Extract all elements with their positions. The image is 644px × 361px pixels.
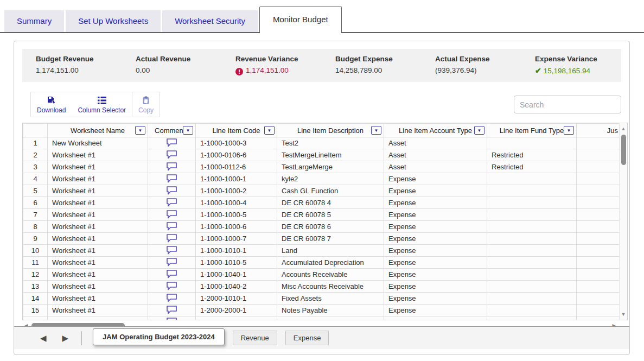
filter-icon[interactable]: ▼	[135, 126, 145, 135]
comment-icon[interactable]	[166, 186, 177, 197]
comment-icon[interactable]	[166, 162, 177, 173]
comment-icon[interactable]	[166, 257, 177, 268]
tab-set-up-worksheets[interactable]: Set Up Worksheets	[66, 10, 161, 32]
comment-cell[interactable]	[148, 221, 196, 233]
search-input[interactable]	[514, 96, 621, 113]
copy-button[interactable]: Copy	[132, 92, 160, 117]
comment-icon[interactable]	[166, 198, 177, 208]
comment-icon[interactable]	[166, 293, 177, 304]
table-row[interactable]: 7 Worksheet #1 1-1000-1000-5 DE CR 60078…	[23, 209, 620, 221]
line-item-code-cell: 1-1000-1000-2	[196, 185, 277, 197]
filter-icon[interactable]: ▼	[564, 126, 574, 135]
stat-budget-expense: Budget Expense 14,258,789.00	[322, 55, 422, 75]
table-row[interactable]: 11 Worksheet #1 1-1000-1010-5 Accumulate…	[23, 257, 620, 269]
comment-cell[interactable]	[148, 161, 196, 173]
comment-cell[interactable]	[148, 305, 196, 316]
tab-monitor-budget[interactable]: Monitor Budget	[259, 7, 342, 33]
stat-label: Budget Expense	[335, 55, 422, 63]
table-row[interactable]: 16 Worksheet #1 1-2000-5000-1 DEPR Benef…	[23, 316, 620, 320]
filter-icon[interactable]: ▼	[183, 126, 193, 135]
filter-icon[interactable]: ▼	[264, 126, 275, 135]
comment-cell[interactable]	[148, 173, 196, 185]
comment-icon[interactable]	[166, 138, 177, 149]
worksheet-name-cell: Worksheet #1	[48, 269, 148, 281]
line-item-fund-type-cell	[487, 197, 577, 209]
comment-icon[interactable]	[166, 174, 177, 185]
table-row[interactable]: 8 Worksheet #1 1-1000-1000-6 DE CR 60078…	[23, 221, 620, 233]
row-number-cell: 4	[23, 173, 48, 185]
toolbar-row: Download Column Selector Copy	[30, 92, 621, 117]
filter-icon[interactable]: ▼	[371, 126, 381, 135]
table-row[interactable]: 13 Worksheet #1 1-1000-1040-2 Misc Accou…	[23, 281, 620, 293]
line-item-account-type-cell: Expense	[384, 209, 487, 221]
column-selector-button[interactable]: Column Selector	[72, 92, 132, 117]
comment-cell[interactable]	[148, 185, 196, 197]
comment-icon[interactable]	[166, 281, 177, 292]
comment-icon[interactable]	[166, 317, 177, 320]
justification-cell	[577, 293, 620, 305]
justification-cell	[577, 149, 620, 161]
comment-cell[interactable]	[148, 269, 196, 281]
filter-icon[interactable]: ▼	[474, 126, 484, 135]
justification-cell	[577, 281, 620, 293]
comment-icon[interactable]	[166, 269, 177, 280]
table-row[interactable]: 2 Worksheet #1 1-1000-0106-6 TestMergeLi…	[23, 149, 620, 161]
table-row[interactable]: 3 Worksheet #1 1-1000-0112-6 TestLargeMe…	[23, 161, 620, 173]
download-button[interactable]: Download	[31, 92, 72, 117]
sheet-tab-revenue[interactable]: Revenue	[233, 331, 277, 345]
sheet-prev-icon[interactable]: ◀	[40, 333, 47, 343]
comment-icon[interactable]	[166, 221, 177, 232]
comment-cell[interactable]	[148, 281, 196, 293]
comment-icon[interactable]	[166, 210, 177, 220]
line-item-fund-type-cell	[487, 269, 577, 281]
comment-cell[interactable]	[148, 209, 196, 221]
comment-cell[interactable]	[148, 149, 196, 161]
comment-cell[interactable]	[148, 233, 196, 245]
table-row[interactable]: 1 New Worksheet 1-1000-1000-3 Test2 Asse…	[23, 137, 620, 149]
table-row[interactable]: 12 Worksheet #1 1-1000-1040-1 Accounts R…	[23, 269, 620, 281]
table-row[interactable]: 4 Worksheet #1 1-1000-1000-1 kyle2 Expen…	[23, 173, 620, 185]
tab-worksheet-security[interactable]: Worksheet Security	[162, 10, 258, 32]
header-line-item-description: Line Item Description▼	[277, 124, 384, 137]
vertical-scrollbar-thumb[interactable]	[621, 135, 626, 165]
table-row[interactable]: 6 Worksheet #1 1-1000-1000-4 DE CR 60078…	[23, 197, 620, 209]
line-item-code-cell: 1-1000-1000-4	[196, 197, 277, 209]
table-row[interactable]: 9 Worksheet #1 1-1000-1000-7 DE CR 60078…	[23, 233, 620, 245]
comment-cell[interactable]	[148, 257, 196, 269]
line-item-code-cell: 1-1000-1000-1	[196, 173, 277, 185]
line-item-description-cell: Accumulated Depreciation	[277, 257, 384, 269]
line-item-code-cell: 1-1000-1000-5	[196, 209, 277, 221]
table-row[interactable]: 14 Worksheet #1 1-2000-1010-1 Fixed Asse…	[23, 293, 620, 305]
header-label: Line Item Description	[297, 126, 364, 135]
line-item-account-type-cell: Expense	[384, 173, 487, 185]
scroll-down-icon[interactable]: ▼	[620, 312, 627, 317]
line-item-account-type-cell: Expense	[384, 233, 487, 245]
comment-cell[interactable]	[148, 293, 196, 305]
comment-cell[interactable]	[148, 137, 196, 149]
justification-cell	[577, 185, 620, 197]
vertical-scrollbar[interactable]: ▲ ▼	[619, 123, 627, 320]
worksheet-name-cell: Worksheet #1	[48, 316, 148, 320]
row-number-cell: 5	[23, 185, 48, 197]
sheet-next-icon[interactable]: ▶	[62, 333, 69, 343]
comment-cell[interactable]	[148, 316, 196, 320]
comment-icon[interactable]	[166, 233, 177, 244]
worksheet-name-cell: Worksheet #1	[48, 185, 148, 197]
sheet-tab-expense[interactable]: Expense	[285, 331, 329, 345]
table-row[interactable]: 15 Worksheet #1 1-2000-2000-1 Notes Paya…	[23, 305, 620, 316]
sheet-tab-jam-operating-budget[interactable]: JAM Operating Budget 2023-2024	[93, 328, 225, 345]
line-item-description-cell: Accounts Receivable	[277, 269, 384, 281]
comment-icon[interactable]	[166, 150, 177, 161]
sheet-bar: ◀ ▶ JAM Operating Budget 2023-2024 Reven…	[14, 326, 629, 349]
tab-summary[interactable]: Summary	[4, 10, 64, 32]
line-item-description-cell: Fixed Assets	[277, 293, 384, 305]
table-row[interactable]: 5 Worksheet #1 1-1000-1000-2 Cash GL Fun…	[23, 185, 620, 197]
table-row[interactable]: 10 Worksheet #1 1-1000-1010-1 Land Expen…	[23, 245, 620, 257]
scroll-up-icon[interactable]: ▲	[620, 126, 627, 131]
comment-cell[interactable]	[148, 245, 196, 257]
comment-icon[interactable]	[166, 305, 177, 316]
comment-icon[interactable]	[166, 245, 177, 256]
worksheet-table: Worksheet Name▼ Comments▼ Line Item Code…	[23, 123, 619, 320]
line-item-account-type-cell: Expense	[384, 197, 487, 209]
comment-cell[interactable]	[148, 197, 196, 209]
